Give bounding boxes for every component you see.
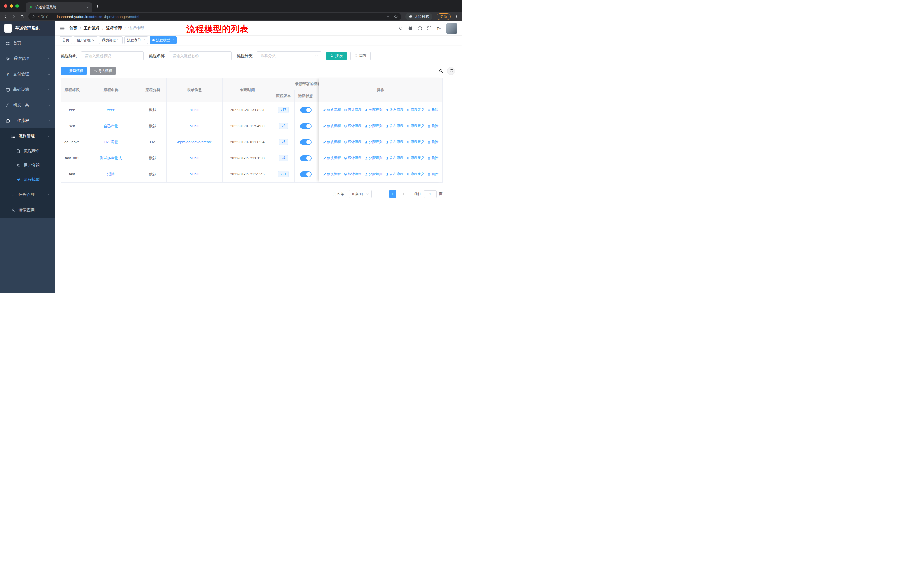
new-tab-button[interactable] — [96, 4, 99, 8]
goto-page-input[interactable] — [424, 190, 437, 198]
delete-process-button[interactable]: 删除 — [427, 172, 439, 177]
sidebar-item-process-management[interactable]: 流程管理 — [0, 128, 55, 144]
process-name-link[interactable]: 滔博 — [107, 172, 115, 177]
edit-process-button[interactable]: 修改流程 — [323, 107, 341, 112]
close-icon[interactable] — [142, 39, 145, 41]
page-size-select[interactable]: 10条/页 — [349, 190, 372, 198]
tag-chip[interactable]: 我的流程 — [99, 36, 122, 44]
next-page-button[interactable] — [399, 190, 407, 198]
process-name-link[interactable]: 测试多审批人 — [100, 155, 122, 161]
sidebar-item-leave-query[interactable]: 请假查询 — [0, 202, 55, 218]
form-link[interactable]: biubiu — [190, 172, 200, 176]
key-icon[interactable] — [385, 15, 389, 19]
assign-rules-button[interactable]: 分配规则 — [365, 107, 383, 112]
close-icon[interactable] — [171, 39, 174, 41]
delete-process-button[interactable]: 删除 — [427, 140, 439, 144]
reset-button[interactable]: 重置 — [350, 51, 371, 61]
form-link[interactable]: biubiu — [190, 124, 200, 128]
help-icon[interactable]: ? — [417, 26, 422, 31]
window-minimize-button[interactable] — [10, 4, 13, 8]
publish-process-button[interactable]: 发布流程 — [386, 124, 404, 128]
browser-tab[interactable]: 芋道管理系统 — [26, 2, 92, 12]
active-toggle[interactable] — [300, 107, 312, 113]
category-select[interactable]: 流程分类 — [257, 51, 322, 61]
process-definition-button[interactable]: 流程定义 — [406, 107, 424, 112]
edit-process-button[interactable]: 修改流程 — [323, 124, 341, 128]
assign-rules-button[interactable]: 分配规则 — [365, 124, 383, 128]
process-name-link[interactable]: 自己审批 — [104, 124, 119, 129]
github-icon[interactable] — [408, 26, 413, 31]
sidebar-item-system-management[interactable]: 系统管理 — [0, 51, 55, 66]
breadcrumb-item[interactable]: 工作流程 — [84, 26, 100, 31]
process-name-input[interactable] — [169, 51, 232, 61]
prev-page-button[interactable] — [379, 190, 386, 198]
address-bar[interactable]: 不安全 dashboard.yudao.iocoder.cn/bpm/manag… — [28, 13, 401, 20]
form-link[interactable]: /bpm/oa/leave/create — [177, 140, 212, 144]
design-process-button[interactable]: 设计流程 — [344, 155, 362, 160]
active-toggle[interactable] — [300, 155, 312, 161]
assign-rules-button[interactable]: 分配规则 — [365, 140, 383, 144]
assign-rules-button[interactable]: 分配规则 — [365, 172, 383, 177]
sidebar-item-infrastructure[interactable]: 基础设施 — [0, 82, 55, 98]
process-definition-button[interactable]: 流程定义 — [406, 155, 424, 160]
delete-process-button[interactable]: 删除 — [427, 155, 439, 160]
back-button[interactable] — [3, 15, 8, 19]
window-zoom-button[interactable] — [15, 4, 19, 8]
design-process-button[interactable]: 设计流程 — [344, 124, 362, 128]
active-toggle[interactable] — [300, 123, 312, 129]
reload-button[interactable] — [20, 15, 24, 19]
forward-button[interactable] — [12, 15, 16, 19]
font-size-button[interactable]: TT — [437, 26, 441, 31]
assign-rules-button[interactable]: 分配规则 — [365, 155, 383, 160]
window-close-button[interactable] — [4, 4, 7, 8]
edit-process-button[interactable]: 修改流程 — [323, 172, 341, 177]
process-definition-button[interactable]: 流程定义 — [406, 172, 424, 177]
active-toggle[interactable] — [300, 171, 312, 177]
search-icon[interactable] — [399, 26, 403, 31]
process-name-link[interactable]: eeee — [107, 108, 115, 112]
update-button[interactable]: 更新 — [437, 13, 450, 20]
tag-chip[interactable]: 流程表单 — [124, 36, 148, 44]
publish-process-button[interactable]: 发布流程 — [386, 107, 404, 112]
publish-process-button[interactable]: 发布流程 — [386, 172, 404, 177]
tag-chip[interactable]: 租户管理 — [74, 36, 97, 44]
sidebar-item-process-model[interactable]: 流程模型 — [0, 172, 55, 187]
process-definition-button[interactable]: 流程定义 — [406, 124, 424, 128]
bookmark-star-icon[interactable] — [394, 15, 398, 19]
form-link[interactable]: biubiu — [190, 156, 200, 160]
toggle-search-button[interactable] — [439, 69, 443, 73]
close-icon[interactable] — [86, 6, 89, 9]
close-icon[interactable] — [92, 39, 94, 41]
sidebar-item-devtools[interactable]: 研发工具 — [0, 98, 55, 113]
sidebar-item-task-management[interactable]: 任务管理 — [0, 187, 55, 202]
process-definition-button[interactable]: 流程定义 — [406, 140, 424, 144]
sidebar-item-home[interactable]: 首页 — [0, 36, 55, 51]
sidebar-collapse-button[interactable] — [60, 26, 65, 31]
edit-process-button[interactable]: 修改流程 — [323, 155, 341, 160]
user-avatar[interactable] — [446, 23, 457, 33]
search-submit-button[interactable]: 搜索 — [326, 51, 346, 61]
form-link[interactable]: biubiu — [190, 108, 200, 112]
active-toggle[interactable] — [300, 139, 312, 145]
refresh-table-button[interactable] — [447, 67, 455, 75]
create-process-button[interactable]: 新建流程 — [61, 67, 87, 75]
delete-process-button[interactable]: 删除 — [427, 124, 439, 128]
design-process-button[interactable]: 设计流程 — [344, 107, 362, 112]
breadcrumb-item[interactable]: 流程管理 — [106, 26, 122, 31]
tag-chip[interactable]: 流程模型 — [150, 36, 177, 44]
sidebar-item-process-form[interactable]: 流程表单 — [0, 144, 55, 158]
tag-chip[interactable]: 首页 — [59, 36, 72, 44]
import-process-button[interactable]: 导入流程 — [90, 67, 116, 75]
page-number-button[interactable]: 1 — [389, 190, 396, 198]
breadcrumb-item[interactable]: 首页 — [69, 26, 78, 31]
sidebar-item-user-group[interactable]: 用户分组 — [0, 158, 55, 172]
process-name-link[interactable]: OA 请假 — [104, 140, 118, 145]
process-key-input[interactable] — [81, 51, 144, 61]
fullscreen-button[interactable] — [427, 26, 432, 31]
edit-process-button[interactable]: 修改流程 — [323, 140, 341, 144]
browser-menu-button[interactable] — [455, 15, 459, 19]
sidebar-item-payment-management[interactable]: ¥支付管理 — [0, 66, 55, 82]
close-icon[interactable] — [117, 39, 120, 41]
publish-process-button[interactable]: 发布流程 — [386, 140, 404, 144]
design-process-button[interactable]: 设计流程 — [344, 172, 362, 177]
